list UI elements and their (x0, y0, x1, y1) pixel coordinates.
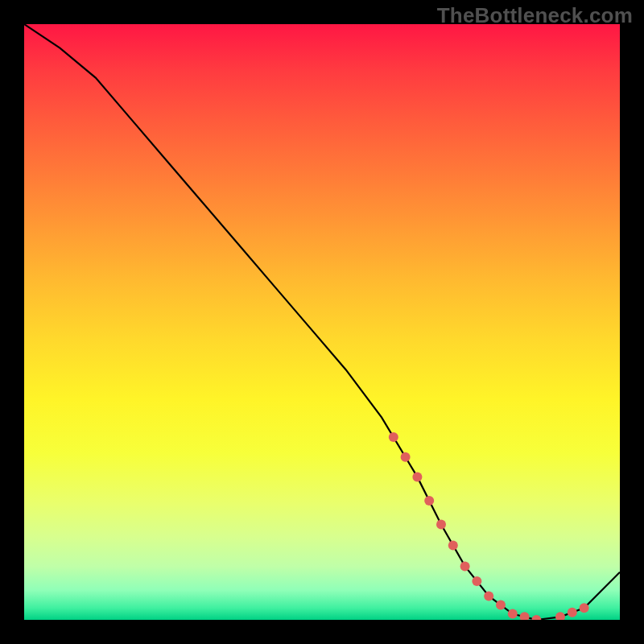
watermark-text: TheBottleneck.com (437, 3, 633, 28)
bottleneck-curve (24, 24, 620, 620)
curve-marker (520, 612, 530, 620)
curve-marker (424, 496, 434, 506)
curve-marker (531, 615, 541, 620)
curve-markers (389, 432, 589, 620)
curve-marker (472, 576, 481, 586)
curve-marker (555, 612, 565, 620)
plot-area (24, 24, 620, 620)
curve-marker (580, 603, 589, 613)
curve-marker (508, 609, 518, 619)
curve-marker (412, 472, 422, 481)
curve-marker (484, 591, 493, 601)
chart-frame: TheBottleneck.com (0, 0, 644, 644)
curve-marker (568, 608, 577, 617)
curve-marker (460, 561, 470, 571)
curve-marker (496, 601, 506, 610)
curve-marker (448, 541, 458, 551)
curve-marker (389, 432, 398, 442)
curve-marker (436, 520, 446, 530)
curve-marker (401, 452, 411, 462)
plot-svg (24, 24, 620, 620)
